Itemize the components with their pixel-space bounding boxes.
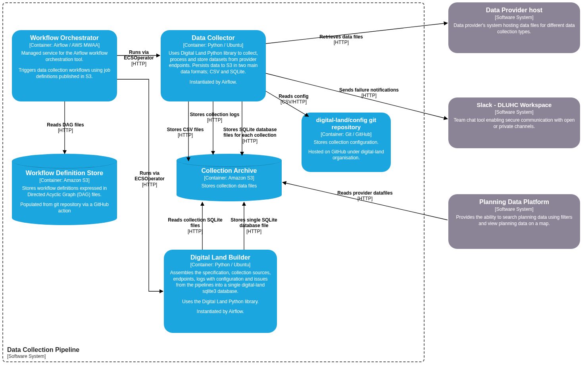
boundary-title: Data Collection Pipeline [7,346,79,354]
node-slack: Slack - DLUHC Workspace [Software System… [448,97,580,148]
node-workflow-definition-store: Workflow Definition Store [Container: Am… [12,154,117,225]
node-config-repo: digital-land/config git repository [Cont… [302,113,391,172]
node-workflow-orchestrator: Workflow Orchestrator [Container: Airflo… [12,30,117,101]
node-digital-land-builder: Digital Land Builder [Container: Python … [164,250,277,333]
node-subtitle: [Software System] [453,206,575,212]
node-desc: Uses the Digital Land Python library. [169,299,272,305]
node-desc: Uses Digital Land Python library to coll… [165,50,261,75]
node-title: Data Collector [165,34,261,42]
node-desc: Stores workflow definitions expressed in… [17,185,111,198]
node-planning-platform: Planning Data Platform [Software System]… [448,194,580,249]
node-title: Workflow Definition Store [17,170,111,177]
node-subtitle: [Software System] [453,15,575,20]
node-data-provider: Data Provider host [Software System] Dat… [448,2,580,53]
node-title: Collection Archive [182,167,276,174]
node-desc: Team chat tool enabling secure communica… [453,117,575,130]
node-desc: Stores collection data files [182,183,276,189]
node-subtitle: [Container: Amazon S3] [182,175,276,181]
node-title: Data Provider host [453,6,575,14]
node-desc: Instantiated by Airflow. [169,309,272,315]
boundary-label: Data Collection Pipeline [Software Syste… [7,346,79,359]
node-title: Slack - DLUHC Workspace [453,101,575,109]
node-title: digital-land/config git repository [306,117,386,131]
diagram-canvas: Data Collection Pipeline [Software Syste… [0,0,588,365]
node-subtitle: [Container: Airflow / AWS MWAA] [17,42,112,48]
node-title: Planning Data Platform [453,198,575,206]
node-data-collector: Data Collector [Container: Python / Ubun… [161,30,266,101]
node-desc: Hosted on GitHub under digital-land orga… [306,149,386,161]
node-collection-archive: Collection Archive [Container: Amazon S3… [177,154,282,201]
node-subtitle: [Container: Amazon S3] [17,178,111,183]
node-subtitle: [Software System] [453,109,575,115]
node-subtitle: [Container: Python / Ubuntu] [165,42,261,48]
node-subtitle: [Container: Git / GitHub] [306,132,386,137]
node-subtitle: [Container: Python / Ubuntu] [169,262,272,268]
node-desc: Managed service for the Airflow workflow… [17,50,112,63]
node-desc: Instantiated by Airflow. [165,79,261,86]
boundary-subtitle: [Software System] [7,354,79,359]
node-desc: Assembles the specification, collection … [169,270,272,294]
node-title: Digital Land Builder [169,254,272,261]
node-desc: Triggers data collection workflows using… [17,67,112,80]
node-desc: Populated from git repository via a GitH… [17,202,111,214]
node-desc: Data provider's system hosting data file… [453,23,575,35]
node-desc: Provides the ability to search planning … [453,214,575,227]
node-title: Workflow Orchestrator [17,34,112,42]
node-desc: Stores collection configuration. [306,140,386,146]
